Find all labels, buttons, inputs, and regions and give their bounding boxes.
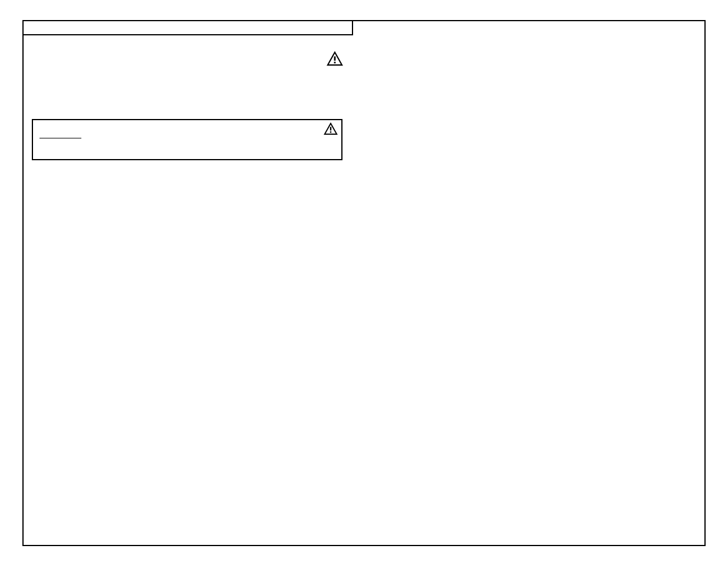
page-frame <box>22 20 706 546</box>
svg-rect-4 <box>330 127 331 130</box>
svg-rect-1 <box>334 57 336 61</box>
header-tab-box <box>22 20 353 35</box>
caution-box <box>32 119 342 160</box>
svg-rect-2 <box>334 62 336 64</box>
warning-triangle-icon <box>324 123 338 135</box>
caution-label-underline <box>39 138 81 138</box>
svg-rect-5 <box>330 131 331 133</box>
warning-triangle-icon <box>327 51 343 67</box>
